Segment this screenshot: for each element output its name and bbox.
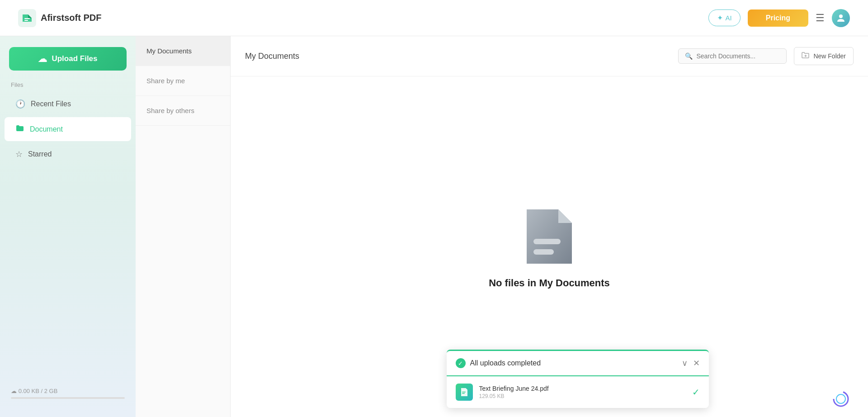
ai-button-label: AI — [726, 14, 732, 22]
upload-file-row: Text Briefing June 24.pdf 129.05 KB ✓ — [447, 376, 709, 408]
logo-container: Afirstsoft PDF — [18, 9, 101, 27]
mid-panel: My Documents Share by me Share by others — [136, 36, 231, 417]
main-header: My Documents 🔍 New Folder — [231, 36, 868, 76]
app-header: Afirstsoft PDF ✦ AI Pricing ☰ — [0, 0, 868, 36]
search-input[interactable] — [696, 52, 780, 60]
pricing-button[interactable]: Pricing — [748, 9, 808, 27]
progress-controls: ∨ ✕ — [682, 358, 700, 368]
empty-state-text: No files in My Documents — [489, 277, 610, 289]
sidebar-item-label: Recent Files — [31, 100, 71, 108]
file-name: Text Briefing June 24.pdf — [479, 385, 686, 392]
storage-text: ☁ 0.00 KB / 2 GB — [11, 388, 125, 394]
svg-rect-1 — [24, 18, 30, 19]
file-size: 129.05 KB — [479, 393, 686, 399]
upload-icon: ☁ — [38, 53, 47, 64]
folder-icon — [15, 123, 24, 135]
sidebar-item-recent-files[interactable]: 🕐 Recent Files — [5, 93, 131, 115]
mid-panel-item-my-documents[interactable]: My Documents — [136, 36, 230, 66]
new-folder-icon — [802, 51, 810, 61]
header-right: ✦ AI Pricing ☰ — [708, 9, 850, 27]
sidebar-item-label: Document — [30, 125, 63, 133]
main-content: My Documents 🔍 New Folder — [231, 36, 868, 417]
new-folder-label: New Folder — [813, 52, 846, 60]
sidebar-item-document[interactable]: Document — [5, 117, 131, 141]
upload-progress-panel: ✓ All uploads completed ∨ ✕ — [447, 350, 709, 408]
svg-point-11 — [834, 392, 848, 406]
file-thumbnail — [456, 384, 473, 401]
main-actions: 🔍 New Folder — [678, 47, 854, 65]
check-circle-icon: ✓ — [456, 358, 466, 368]
star-icon: ☆ — [15, 149, 23, 159]
file-info: Text Briefing June 24.pdf 129.05 KB — [479, 385, 686, 399]
sidebar-item-starred[interactable]: ☆ Starred — [5, 143, 131, 166]
user-avatar[interactable] — [832, 9, 850, 27]
upload-button-label: Upload Files — [52, 54, 97, 63]
search-box[interactable]: 🔍 — [678, 48, 787, 64]
storage-bar — [11, 397, 125, 399]
svg-rect-2 — [24, 20, 28, 21]
menu-icon[interactable]: ☰ — [816, 12, 825, 24]
svg-rect-10 — [462, 393, 465, 394]
empty-document-icon — [522, 205, 576, 268]
ai-button[interactable]: ✦ AI — [708, 9, 741, 26]
storage-icon: ☁ — [11, 388, 17, 394]
mid-panel-item-share-by-me[interactable]: Share by me — [136, 66, 230, 96]
clock-icon: 🕐 — [15, 99, 25, 109]
svg-rect-6 — [533, 239, 561, 244]
file-done-icon: ✓ — [692, 387, 700, 398]
svg-point-3 — [839, 14, 843, 18]
files-section-label: Files — [0, 81, 136, 88]
svg-rect-9 — [462, 392, 466, 393]
close-button[interactable]: ✕ — [693, 358, 700, 368]
upload-status-label: All uploads completed — [470, 359, 541, 367]
page-title: My Documents — [245, 52, 299, 61]
new-folder-button[interactable]: New Folder — [794, 47, 854, 65]
sidebar-footer: ☁ 0.00 KB / 2 GB — [0, 380, 136, 406]
bottom-ring-icon — [832, 390, 850, 408]
logo-text: Afirstsoft PDF — [41, 13, 101, 23]
svg-rect-7 — [533, 249, 554, 255]
upload-files-button[interactable]: ☁ Upload Files — [9, 47, 127, 71]
collapse-button[interactable]: ∨ — [682, 358, 688, 368]
body-wrapper: ☁ Upload Files Files 🕐 Recent Files Docu… — [0, 36, 868, 417]
sidebar-item-label: Starred — [28, 150, 52, 158]
logo-icon — [18, 9, 36, 27]
search-icon: 🔍 — [685, 52, 693, 60]
upload-status: ✓ All uploads completed — [456, 358, 541, 368]
sidebar: ☁ Upload Files Files 🕐 Recent Files Docu… — [0, 36, 136, 417]
mid-panel-item-share-by-others[interactable]: Share by others — [136, 96, 230, 126]
svg-point-12 — [836, 394, 845, 403]
ai-star-icon: ✦ — [717, 14, 723, 22]
upload-progress-header: ✓ All uploads completed ∨ ✕ — [447, 351, 709, 376]
